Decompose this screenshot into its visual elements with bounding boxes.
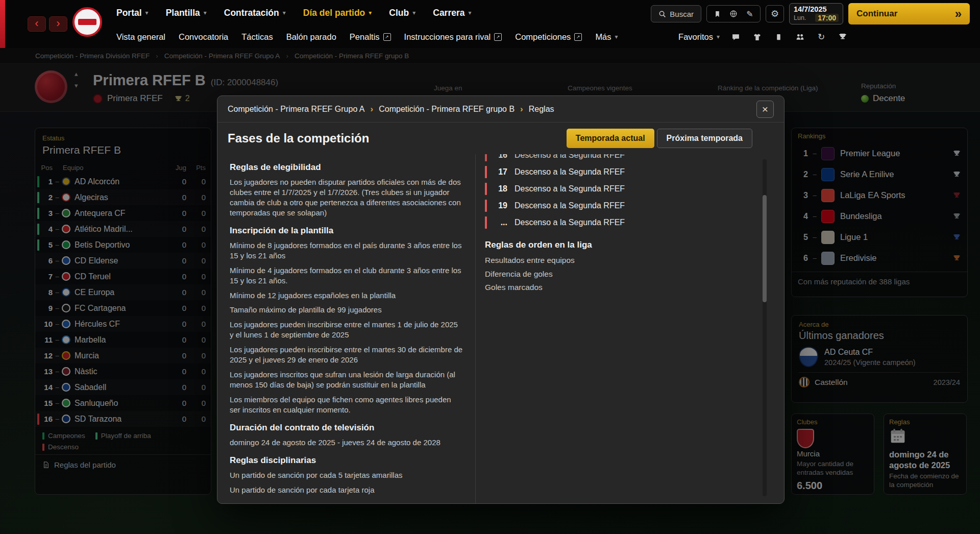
menu-contratacion[interactable]: Contratación▾ <box>224 8 286 18</box>
next-season-button[interactable]: Próxima temporada <box>657 129 752 148</box>
tab-label: Competiciones <box>515 32 571 42</box>
settings-gear-icon[interactable]: ⚙ <box>766 5 784 22</box>
people-icon[interactable] <box>794 31 805 42</box>
external-link-icon: ↗ <box>574 33 582 41</box>
continue-button[interactable]: Continuar » <box>848 3 970 25</box>
forward-button[interactable]: › <box>49 16 67 32</box>
rule-text: Los jugadores inscritos que sufran una l… <box>230 370 463 390</box>
kit-shirt-icon[interactable] <box>751 31 763 42</box>
relegation-zone-bar <box>485 200 487 212</box>
tab-label: Vista general <box>116 32 165 42</box>
favorites-dropdown[interactable]: Favoritos▾ <box>678 32 720 42</box>
top-bar: ‹ › Portal▾ Plantilla▾ Contratación▾ Día… <box>0 0 980 48</box>
modal-scrollbar-track[interactable] <box>763 159 767 496</box>
search-input[interactable]: Buscar <box>651 5 701 22</box>
relegation-zone-bar <box>485 216 487 229</box>
tab-mas[interactable]: Más▾ <box>595 32 618 42</box>
relegation-text: Descenso a la Segunda RFEF <box>514 184 625 193</box>
tab-tacticas[interactable]: Tácticas <box>241 32 273 42</box>
section-paragraphs: Un partido de sanción por cada 5 tarjeta… <box>230 470 463 495</box>
section-paragraphs: Mínimo de 8 jugadores formados en el paí… <box>230 240 463 415</box>
rule-text: Los miembros del equipo que fichen como … <box>230 395 463 415</box>
modal-scrollbar-thumb[interactable] <box>763 195 767 302</box>
menu-dia-del-partido[interactable]: Día del partido▾ <box>303 8 372 18</box>
rule-text: Un partido de sanción por cada tarjeta r… <box>230 485 463 495</box>
chat-icon[interactable] <box>730 31 741 42</box>
chevron-down-icon: ▾ <box>469 9 472 16</box>
manager-club-crest[interactable] <box>72 7 102 37</box>
relegation-row: 18 Descenso a la Segunda RFEF <box>485 180 748 197</box>
app-window: ‹ › Portal▾ Plantilla▾ Contratación▾ Día… <box>0 0 980 534</box>
tab-vista-general[interactable]: Vista general <box>116 32 165 42</box>
rules-left-column: Reglas de elegibilidad Los jugadores no … <box>217 154 475 503</box>
breadcrumb-item[interactable]: Competición - Primera RFEF grupo B <box>379 105 514 114</box>
relegation-text: Descenso a la Segunda RFEF <box>514 201 625 210</box>
back-button[interactable]: ‹ <box>28 16 46 32</box>
menu-label: Plantilla <box>166 8 200 18</box>
menu-portal[interactable]: Portal▾ <box>116 8 149 18</box>
tab-balon-parado[interactable]: Balón parado <box>286 32 336 42</box>
section-heading: Duración del contrato de televisión <box>230 423 463 433</box>
relegation-row: 17 Descenso a la Segunda RFEF <box>485 163 748 180</box>
breadcrumb-item[interactable]: Reglas <box>529 105 554 114</box>
relegation-zone-bar <box>485 183 487 195</box>
relegation-text: Descenso a la Segunda RFEF <box>514 167 625 177</box>
order-rule-text: Resultados entre equipos <box>485 255 748 266</box>
tab-instrucciones-rival[interactable]: Instrucciones para rival↗ <box>404 32 502 42</box>
rule-text: Mínimo de 12 jugadores españoles en la p… <box>230 290 463 301</box>
tab-label: Penaltis <box>350 32 380 42</box>
menu-label: Carrera <box>433 8 464 18</box>
tab-label: Instrucciones para rival <box>404 32 491 42</box>
tab-label: Tácticas <box>241 32 273 42</box>
menu-carrera[interactable]: Carrera▾ <box>433 8 471 18</box>
relegation-text: Descenso a la Segunda RFEF <box>514 218 625 227</box>
close-icon: × <box>762 103 768 115</box>
menu-label: Día del partido <box>303 8 365 18</box>
section-paragraphs: Los jugadores no pueden disputar partido… <box>230 177 463 218</box>
rule-text: Los jugadores pueden inscribirse entre e… <box>230 345 463 365</box>
favorites-label: Favoritos <box>678 32 713 42</box>
subnav-right-controls: Favoritos▾ ↻ <box>678 26 848 48</box>
tab-penaltis[interactable]: Penaltis↗ <box>350 32 391 42</box>
external-link-icon: ↗ <box>383 33 391 41</box>
globe-icon[interactable] <box>726 7 741 21</box>
tab-competiciones[interactable]: Competiciones↗ <box>515 32 582 42</box>
modal-header: Competición - Primera RFEF Grupo A › Com… <box>217 96 784 123</box>
top-right-controls: Buscar ✎ ⚙ 14/7/2025 Lun. 17:00 Continua… <box>651 3 970 25</box>
position: 19 <box>494 201 507 210</box>
breadcrumb-item[interactable]: Competición - Primera RFEF Grupo A <box>228 105 365 114</box>
relegation-row: 19 Descenso a la Segunda RFEF <box>485 197 748 214</box>
menu-club[interactable]: Club▾ <box>389 8 415 18</box>
order-rules-heading: Reglas de orden en la liga <box>485 240 748 250</box>
card-icon[interactable] <box>773 31 784 42</box>
bookmark-icon[interactable] <box>710 7 724 21</box>
modal-title: Fases de la competición <box>228 131 369 145</box>
rules-section: Duración del contrato de televisión domi… <box>230 423 463 448</box>
tab-label: Balón parado <box>286 32 336 42</box>
current-season-button[interactable]: Temporada actual <box>567 129 654 148</box>
modal-content: Reglas de elegibilidad Los jugadores no … <box>217 154 784 503</box>
quick-tools-group: ✎ <box>706 5 761 22</box>
chevron-down-icon: ▾ <box>204 9 207 16</box>
close-button[interactable]: × <box>756 101 774 118</box>
section-tabs: Vista general Convocatoria Tácticas Baló… <box>116 26 618 48</box>
tab-convocatoria[interactable]: Convocatoria <box>179 32 228 42</box>
trophy-icon[interactable] <box>837 31 848 42</box>
position: 18 <box>494 184 507 193</box>
relegation-zone-bar <box>485 166 487 178</box>
menu-label: Club <box>389 8 409 18</box>
chevron-down-icon: ▾ <box>145 9 149 16</box>
competition-rules-modal: Competición - Primera RFEF Grupo A › Com… <box>217 95 785 504</box>
modal-breadcrumb: Competición - Primera RFEF Grupo A › Com… <box>228 104 554 114</box>
refresh-icon[interactable]: ↻ <box>816 31 827 42</box>
menu-plantilla[interactable]: Plantilla▾ <box>166 8 207 18</box>
rule-text: Los jugadores pueden inscribirse entre e… <box>230 320 463 340</box>
chevron-down-icon: ▾ <box>615 33 618 40</box>
edit-pencil-icon[interactable]: ✎ <box>743 7 757 21</box>
rule-text: Mínimo de 4 jugadores formados en el clu… <box>230 265 463 286</box>
tab-label: Convocatoria <box>179 32 228 42</box>
season-toggle: Temporada actual Próxima temporada <box>567 129 752 148</box>
continue-label: Continuar <box>856 9 897 19</box>
relegation-zone-bar <box>485 154 487 161</box>
section-heading: Reglas disciplinarias <box>230 455 463 466</box>
